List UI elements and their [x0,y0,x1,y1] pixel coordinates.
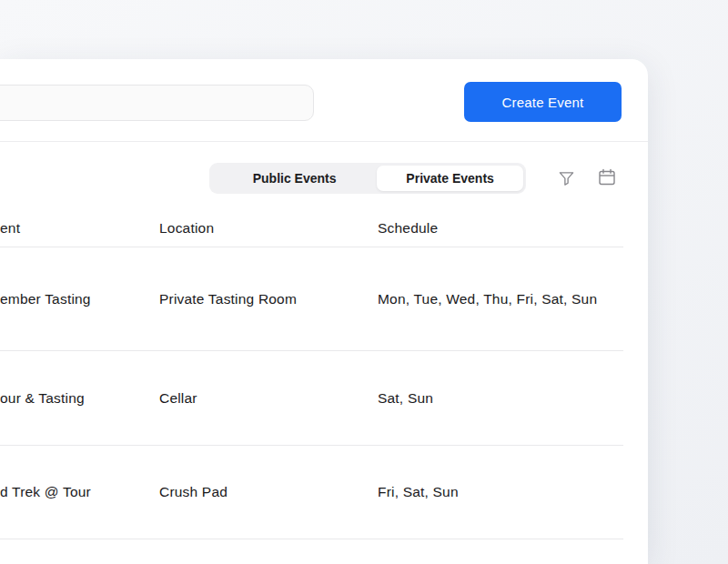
column-header-schedule: Schedule [378,220,623,237]
schedule-cell: Sat, Sun [378,390,623,407]
table-row[interactable]: our & Tasting Cellar Sat, Sun [0,351,623,445]
column-header-location: Location [159,220,378,237]
calendar-button[interactable] [597,167,617,187]
event-name-cell: our & Tasting [0,390,159,407]
location-cell: Private Tasting Room [159,291,378,307]
event-type-toggle: Public Events Private Events [209,163,526,194]
table-header-row: ent Location Schedule [0,209,623,247]
location-cell: Crush Pad [159,484,378,500]
search-box [0,85,314,121]
schedule-cell: Mon, Tue, Wed, Thu, Fri, Sat, Sun [378,291,623,307]
location-cell: Cellar [159,390,378,407]
table-row[interactable]: ember Tasting Private Tasting Room Mon, … [0,247,623,350]
schedule-cell: Fri, Sat, Sun [378,484,623,500]
filter-icon [558,170,575,187]
events-panel: Create Event Public Events Private Event… [0,59,648,564]
search-input[interactable] [0,86,313,120]
table-row[interactable]: d Trek @ Tour Crush Pad Fri, Sat, Sun [0,446,623,539]
event-name-cell: ember Tasting [0,291,159,307]
event-name-cell: d Trek @ Tour [0,484,159,500]
tab-public-events[interactable]: Public Events [212,166,377,191]
toolbar-divider [0,141,648,142]
tab-private-events[interactable]: Private Events [377,166,523,191]
create-event-button[interactable]: Create Event [464,82,622,122]
filter-button[interactable] [556,168,576,188]
row-divider [0,539,623,539]
calendar-icon [598,168,616,186]
column-header-event: ent [0,220,159,237]
